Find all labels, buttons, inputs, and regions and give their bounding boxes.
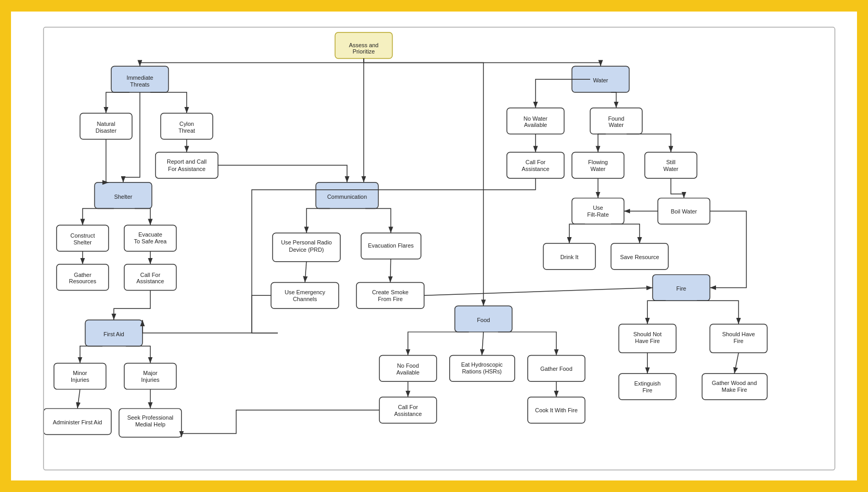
construct-shelter-label: Construct (70, 232, 95, 239)
evacuate-label2: To Safe Area (134, 238, 167, 244)
use-personal-radio-label: Use Personal Radio (281, 239, 332, 245)
natural-disaster-label2: Disaster (95, 127, 116, 134)
eat-hydro-label2: Rations (HSRs) (462, 368, 502, 375)
flowing-water-label2: Water (591, 166, 606, 172)
minor-injuries-label: Minor (73, 370, 88, 376)
found-water-label: Found (608, 115, 624, 122)
call-assist-shelter-label: Call For (140, 272, 161, 278)
boil-water-label: Boil Water (671, 208, 697, 215)
cylon-threat-label2: Threat (178, 127, 195, 134)
flowing-water-label: Flowing (588, 159, 608, 165)
still-water-label: Still (666, 159, 676, 165)
use-personal-radio-label2: Device (PRD) (289, 247, 324, 253)
assess-label: Assess and (349, 42, 378, 48)
create-smoke-label: Create Smoke (372, 289, 409, 295)
food-label: Food (477, 317, 490, 323)
gather-wood-label: Gather Wood and (712, 380, 757, 386)
seek-prof-label: Seek Professional (127, 414, 173, 421)
use-emerg-channels-label: Use Emergency (285, 289, 326, 295)
should-not-have-label2: Have Fire (635, 338, 660, 344)
report-call-label2: For Assistance (168, 166, 205, 172)
imm-threats-label: Immediate (126, 74, 153, 81)
communication-label: Communication (327, 194, 367, 200)
gather-food-label: Gather Food (540, 366, 572, 372)
diagram-container: Assess and Prioritize Immediate Threats … (9, 10, 859, 482)
should-not-have-label: Should Not (633, 331, 661, 337)
save-resource-label: Save Resource (620, 254, 659, 260)
cook-fire-label: Cook It With Fire (535, 407, 578, 413)
construct-shelter-label2: Shelter (73, 239, 92, 245)
natural-disaster-label: Natural (97, 121, 115, 127)
assess-label2: Prioritize (353, 48, 375, 55)
shelter-label: Shelter (114, 194, 133, 200)
use-emerg-channels-label2: Channels (293, 296, 318, 302)
gather-resources-label: Gather (74, 272, 92, 278)
use-filt-rate-label: Use (593, 205, 603, 211)
eat-hydro-label: Eat Hydroscopic (461, 361, 503, 368)
gather-wood-label2: Make Fire (722, 387, 747, 393)
no-water-label: No Water (524, 115, 548, 122)
should-have-label2: Fire (734, 338, 744, 344)
major-injuries-label2: Injuries (141, 377, 160, 383)
still-water-label2: Water (664, 166, 679, 172)
first-aid-label: First Aid (103, 331, 124, 337)
major-injuries-label: Major (143, 370, 158, 376)
create-smoke-label2: From Fire (378, 296, 403, 302)
evacuate-label: Evacuate (138, 231, 162, 238)
extinguish-label: Extinguish (634, 380, 660, 387)
call-assist-shelter-label2: Assistance (136, 278, 164, 284)
call-assist-water-label2: Assistance (522, 166, 549, 172)
should-have-label: Should Have (722, 331, 755, 337)
call-assist-food-label: Call For (398, 404, 418, 410)
cylon-threat-label: Cylon (179, 121, 194, 127)
use-filt-rate-label2: Filt-Rate (587, 211, 609, 218)
gather-resources-label2: Resources (69, 278, 97, 284)
call-assist-water-label: Call For (526, 159, 546, 165)
report-call-label: Report and Call (167, 158, 207, 165)
seek-prof-label2: Medial Help (135, 421, 166, 427)
found-water-label2: Water (609, 122, 624, 128)
imm-threats-label2: Threats (130, 81, 150, 88)
call-assist-food-label2: Assistance (394, 411, 422, 417)
drink-it-label: Drink It (560, 254, 579, 260)
no-food-label2: Available (396, 369, 419, 376)
diagram-area: Assess and Prioritize Immediate Threats … (16, 17, 852, 475)
fire-label: Fire (676, 285, 686, 292)
water-label: Water (593, 77, 608, 83)
evac-flares-label: Evacuation Flares (368, 242, 414, 249)
extinguish-label2: Fire (643, 387, 653, 393)
minor-injuries-label2: Injuries (71, 377, 90, 383)
administer-label: Administer First Aid (53, 419, 102, 425)
no-food-label: No Food (397, 362, 419, 369)
no-water-label2: Available (524, 122, 547, 128)
